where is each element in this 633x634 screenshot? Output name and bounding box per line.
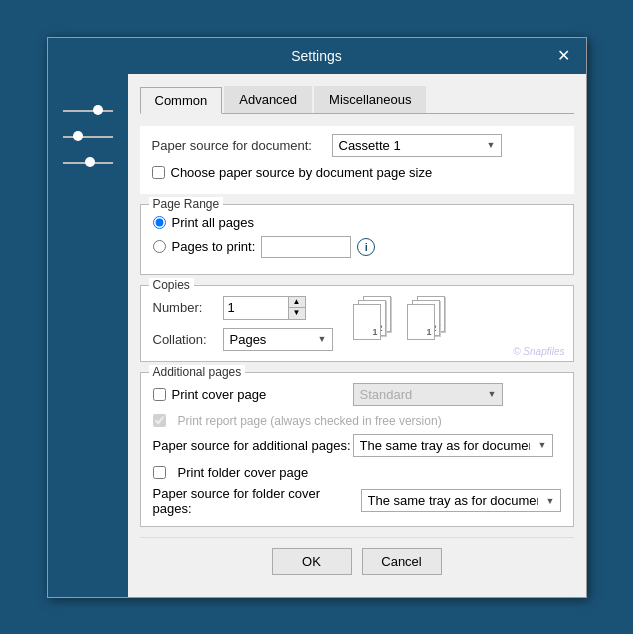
paper-source-select-wrapper[interactable]: Cassette 1 Cassette 2 Manual Feed: [332, 134, 502, 157]
collation-icon-unsorted: 3 2 1: [407, 296, 451, 346]
paper-source-row: Paper source for document: Cassette 1 Ca…: [152, 134, 562, 157]
collation-select[interactable]: Pages Copies: [223, 328, 333, 351]
print-folder-cover-label: Print folder cover page: [178, 465, 309, 480]
slider-icon-3: [63, 156, 113, 170]
tab-bar: Common Advanced Miscellaneous: [140, 86, 574, 114]
spin-down-button[interactable]: ▼: [289, 307, 305, 319]
watermark: © Snapfiles: [513, 346, 564, 357]
ok-button[interactable]: OK: [272, 548, 352, 575]
page-range-label: Page Range: [149, 197, 224, 211]
collation-select-wrapper[interactable]: Pages Copies: [223, 328, 333, 351]
dialog-title: Settings: [80, 48, 554, 64]
dialog-body: Common Advanced Miscellaneous Paper sour…: [48, 74, 586, 597]
paper-source-additional-label: Paper source for additional pages:: [153, 438, 353, 453]
collation-icons: 3 2 1 3: [353, 296, 451, 346]
choose-paper-source-label: Choose paper source by document page siz…: [171, 165, 433, 180]
paper-source-label: Paper source for document:: [152, 138, 332, 153]
tab-common[interactable]: Common: [140, 87, 223, 114]
print-folder-cover-row: Print folder cover page: [153, 465, 561, 480]
collation-row: Collation: Pages Copies: [153, 328, 333, 351]
info-icon[interactable]: i: [357, 238, 375, 256]
print-cover-page-row: Print cover page Standard Custom: [153, 383, 561, 406]
print-all-pages-row: Print all pages: [153, 215, 561, 230]
paper-source-folder-select[interactable]: The same tray as for documents Cassette …: [361, 489, 561, 512]
cover-page-type-select[interactable]: Standard Custom: [353, 383, 503, 406]
choose-paper-source-checkbox[interactable]: [152, 166, 165, 179]
slider-icon-2: [63, 130, 113, 144]
copies-label: Copies: [149, 278, 194, 292]
paper-source-folder-wrapper[interactable]: The same tray as for documents Cassette …: [361, 489, 561, 512]
paper-source-additional-select[interactable]: The same tray as for documents Cassette …: [353, 434, 553, 457]
tab-miscellaneous[interactable]: Miscellaneous: [314, 86, 426, 113]
print-report-page-row: Print report page (always checked in fre…: [153, 414, 561, 428]
additional-pages-section: Additional pages Print cover page Standa…: [140, 372, 574, 527]
paper-source-additional-wrapper[interactable]: The same tray as for documents Cassette …: [353, 434, 553, 457]
cover-page-left: Print cover page: [153, 387, 353, 402]
print-all-pages-label: Print all pages: [172, 215, 254, 230]
choose-paper-source-row: Choose paper source by document page siz…: [152, 165, 562, 180]
paper-source-select[interactable]: Cassette 1 Cassette 2 Manual Feed: [332, 134, 502, 157]
print-cover-page-checkbox[interactable]: [153, 388, 166, 401]
collation-icon-sorted: 3 2 1: [353, 296, 397, 346]
paper-source-folder-row: Paper source for folder cover pages: The…: [153, 486, 561, 516]
cancel-button[interactable]: Cancel: [362, 548, 442, 575]
copies-spinbox: ▲ ▼: [223, 296, 306, 320]
dialog-footer: OK Cancel: [140, 537, 574, 585]
print-all-pages-radio[interactable]: [153, 216, 166, 229]
print-cover-page-label: Print cover page: [172, 387, 267, 402]
print-report-page-checkbox: [153, 414, 166, 427]
pages-to-print-label: Pages to print:: [172, 239, 256, 254]
settings-dialog: Settings ✕ Common: [47, 37, 587, 598]
pages-to-print-row: Pages to print: i: [153, 236, 561, 258]
spin-up-button[interactable]: ▲: [289, 297, 305, 308]
pages-to-print-input[interactable]: [261, 236, 351, 258]
collation-label: Collation:: [153, 332, 223, 347]
paper-source-additional-row: Paper source for additional pages: The s…: [153, 434, 561, 457]
print-folder-cover-checkbox[interactable]: [153, 466, 166, 479]
page-range-section: Page Range Print all pages Pages to prin…: [140, 204, 574, 275]
spin-buttons: ▲ ▼: [288, 296, 306, 320]
close-button[interactable]: ✕: [554, 46, 574, 66]
copies-number-label: Number:: [153, 300, 223, 315]
cover-page-type-wrapper[interactable]: Standard Custom: [353, 383, 503, 406]
copies-number-input[interactable]: [223, 296, 288, 320]
sidebar: [48, 74, 128, 597]
title-bar: Settings ✕: [48, 38, 586, 74]
copies-number-row: Number: ▲ ▼: [153, 296, 333, 320]
pages-to-print-radio[interactable]: [153, 240, 166, 253]
print-report-page-label: Print report page (always checked in fre…: [178, 414, 442, 428]
tab-advanced[interactable]: Advanced: [224, 86, 312, 113]
paper-source-area: Paper source for document: Cassette 1 Ca…: [140, 126, 574, 194]
additional-pages-label: Additional pages: [149, 365, 246, 379]
main-content: Common Advanced Miscellaneous Paper sour…: [128, 74, 586, 597]
slider-icon-1: [63, 104, 113, 118]
copies-section: Copies Number: ▲ ▼: [140, 285, 574, 362]
paper-source-folder-label: Paper source for folder cover pages:: [153, 486, 361, 516]
